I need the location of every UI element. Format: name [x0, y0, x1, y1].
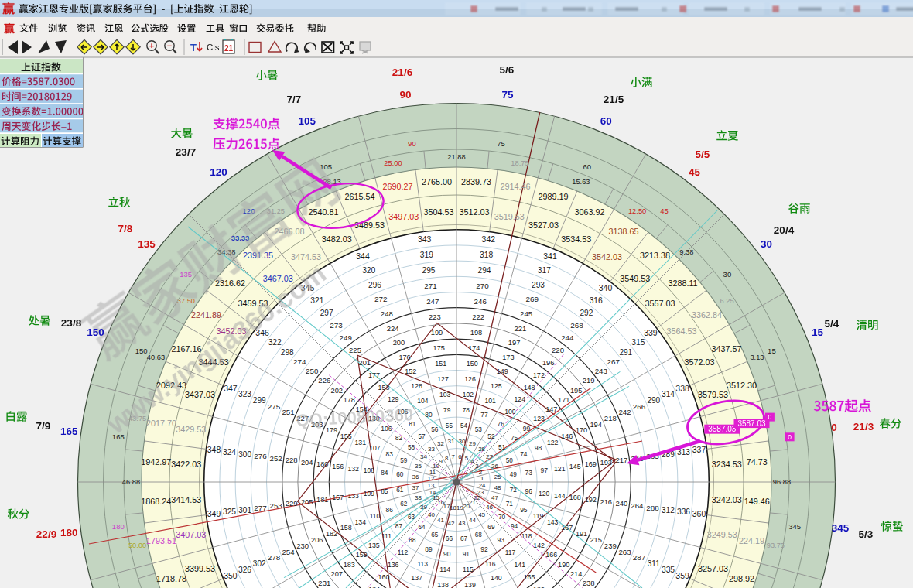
svg-text:0: 0 — [788, 433, 792, 441]
svg-text:343: 343 — [418, 235, 432, 244]
svg-text:269: 269 — [526, 295, 539, 303]
svg-text:264: 264 — [631, 501, 644, 510]
svg-text:347: 347 — [224, 385, 238, 393]
svg-text:112: 112 — [398, 549, 409, 556]
svg-text:301: 301 — [238, 506, 251, 514]
svg-text:292: 292 — [580, 309, 593, 317]
svg-text:299: 299 — [253, 396, 266, 405]
svg-text:74: 74 — [520, 450, 528, 458]
svg-text:25: 25 — [494, 473, 501, 480]
svg-text:5/4: 5/4 — [825, 318, 839, 330]
svg-text:297: 297 — [320, 309, 333, 317]
svg-text:157: 157 — [332, 494, 344, 501]
svg-text:323: 323 — [238, 390, 251, 398]
svg-text:84: 84 — [381, 469, 388, 477]
svg-text:321: 321 — [310, 296, 323, 305]
svg-text:55: 55 — [446, 422, 453, 429]
svg-text:326: 326 — [238, 566, 251, 574]
svg-text:3234.53: 3234.53 — [712, 460, 742, 469]
svg-text:243: 243 — [595, 367, 607, 375]
svg-text:12.50: 12.50 — [628, 207, 646, 215]
svg-text:272: 272 — [374, 295, 387, 303]
svg-text:6.25: 6.25 — [720, 297, 734, 305]
svg-text:123: 123 — [533, 415, 545, 422]
svg-text:349: 349 — [207, 510, 221, 518]
svg-text:222: 222 — [472, 313, 484, 321]
svg-text:17: 17 — [443, 503, 450, 510]
svg-text:64: 64 — [419, 524, 426, 531]
svg-text:325: 325 — [223, 508, 236, 516]
svg-text:192: 192 — [585, 496, 597, 504]
svg-text:245: 245 — [520, 309, 532, 318]
svg-text:248: 248 — [381, 309, 393, 318]
svg-text:116: 116 — [485, 560, 496, 568]
svg-text:135: 135 — [368, 542, 380, 549]
svg-text:45: 45 — [660, 207, 669, 215]
svg-text:102: 102 — [463, 391, 474, 398]
svg-text:59: 59 — [400, 457, 408, 464]
svg-text:1718.78: 1718.78 — [156, 574, 186, 583]
svg-text:3407.03: 3407.03 — [176, 530, 206, 539]
svg-text:271: 271 — [424, 282, 437, 290]
svg-text:250: 250 — [306, 367, 319, 375]
svg-text:278: 278 — [268, 553, 281, 562]
svg-text:33: 33 — [428, 446, 435, 453]
svg-text:288: 288 — [646, 504, 659, 512]
svg-text:197: 197 — [508, 339, 521, 347]
svg-text:3.13: 3.13 — [750, 354, 764, 361]
svg-text:137: 137 — [411, 574, 422, 582]
svg-text:5/6: 5/6 — [500, 64, 515, 76]
svg-text:101: 101 — [485, 397, 497, 405]
svg-text:229: 229 — [286, 499, 298, 508]
svg-text:238: 238 — [583, 579, 595, 587]
svg-text:276: 276 — [254, 452, 267, 460]
svg-text:43: 43 — [459, 520, 466, 527]
svg-text:96: 96 — [525, 487, 533, 495]
svg-text:23/7: 23/7 — [176, 146, 196, 158]
svg-text:206: 206 — [311, 536, 323, 544]
svg-text:53: 53 — [475, 426, 483, 433]
svg-text:240: 240 — [615, 499, 627, 508]
svg-text:37.50: 37.50 — [177, 297, 195, 305]
svg-text:60: 60 — [600, 115, 612, 127]
svg-text:42: 42 — [448, 520, 455, 527]
svg-text:21/6: 21/6 — [392, 67, 413, 78]
svg-text:72: 72 — [510, 487, 518, 494]
svg-text:68: 68 — [475, 532, 483, 538]
svg-text:5/3: 5/3 — [859, 528, 874, 540]
svg-text:295: 295 — [422, 266, 436, 275]
svg-text:18: 18 — [450, 504, 456, 511]
svg-text:176: 176 — [398, 354, 410, 361]
svg-text:1: 1 — [480, 475, 484, 482]
svg-text:317: 317 — [538, 266, 551, 275]
svg-text:322: 322 — [268, 338, 282, 347]
svg-text:3564.53: 3564.53 — [666, 326, 696, 336]
svg-text:103: 103 — [439, 391, 451, 398]
svg-text:135: 135 — [180, 270, 192, 279]
svg-text:7/9: 7/9 — [36, 420, 51, 432]
svg-text:86: 86 — [386, 506, 394, 514]
svg-text:93.75: 93.75 — [767, 542, 785, 549]
svg-text:21/5: 21/5 — [604, 94, 624, 105]
svg-text:26: 26 — [491, 463, 498, 470]
svg-text:180: 180 — [112, 522, 125, 531]
svg-text:2241.89: 2241.89 — [191, 310, 221, 320]
svg-text:Cls: Cls — [207, 43, 220, 52]
svg-text:165: 165 — [524, 573, 535, 581]
svg-text:149: 149 — [497, 368, 508, 375]
svg-text:69: 69 — [487, 524, 495, 531]
svg-text:180: 180 — [316, 460, 328, 468]
svg-text:136: 136 — [388, 561, 399, 569]
svg-text:105: 105 — [298, 115, 316, 127]
svg-text:319: 319 — [420, 251, 433, 259]
svg-text:196: 196 — [542, 359, 555, 367]
svg-text:159: 159 — [356, 551, 368, 559]
svg-text:45: 45 — [689, 166, 701, 178]
svg-text:239: 239 — [604, 542, 617, 550]
svg-text:170: 170 — [576, 426, 587, 434]
svg-text:131: 131 — [354, 439, 366, 446]
svg-text:359: 359 — [675, 572, 689, 580]
svg-text:83: 83 — [386, 450, 394, 458]
svg-text:12: 12 — [428, 475, 435, 482]
svg-text:75: 75 — [511, 434, 518, 442]
